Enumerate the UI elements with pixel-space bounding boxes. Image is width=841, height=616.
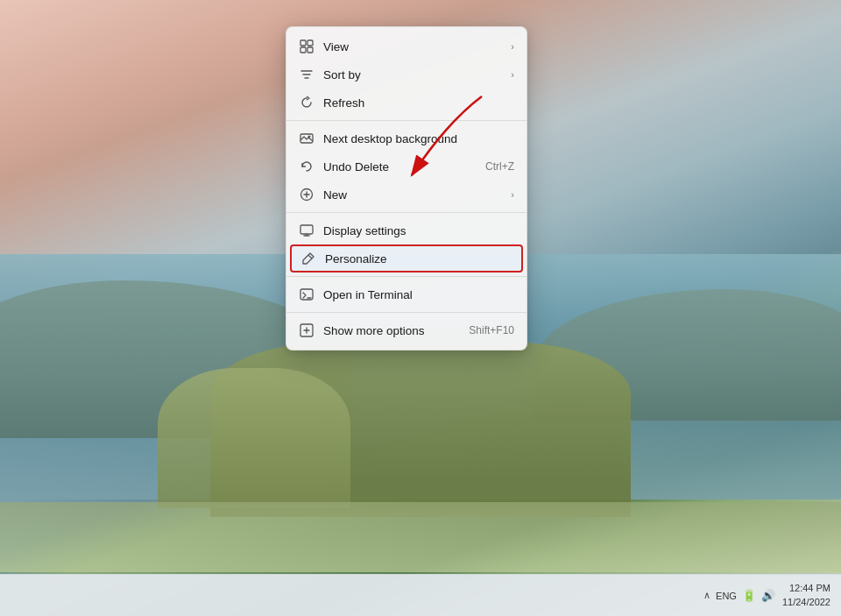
menu-item-terminal-label: Open in Terminal	[323, 288, 514, 301]
svg-point-5	[308, 136, 311, 138]
taskbar-right: ∧ ENG 🔋 🔊 12:44 PM 11/24/2022	[703, 582, 841, 609]
context-menu: View › Sort by › Refresh	[286, 26, 527, 350]
svg-rect-1	[307, 40, 313, 46]
menu-item-new[interactable]: New ›	[286, 181, 527, 209]
menu-item-show-more[interactable]: Show more options Shift+F10	[286, 316, 527, 344]
svg-rect-7	[300, 225, 313, 234]
menu-item-undo-delete[interactable]: Undo Delete Ctrl+Z	[286, 152, 527, 181]
battery-icon[interactable]: 🔋	[742, 589, 756, 602]
grass-strip-layer	[0, 502, 841, 572]
undo-shortcut: Ctrl+Z	[485, 160, 514, 173]
clock-time: 12:44 PM	[782, 582, 830, 595]
terminal-icon	[299, 287, 314, 302]
tray-chevron-icon[interactable]: ∧	[703, 590, 710, 601]
separator-1	[286, 120, 527, 121]
separator-2	[286, 212, 527, 213]
marsh2-layer	[158, 368, 350, 508]
menu-item-display-settings[interactable]: Display settings	[286, 216, 527, 244]
taskbar: ∧ ENG 🔋 🔊 12:44 PM 11/24/2022	[0, 574, 841, 616]
clock[interactable]: 12:44 PM 11/24/2022	[782, 582, 830, 609]
menu-item-sort-by-label: Sort by	[323, 68, 498, 81]
menu-item-view[interactable]: View ›	[286, 32, 527, 60]
menu-item-new-label: New	[323, 188, 498, 202]
menu-item-next-bg-label: Next desktop background	[323, 132, 514, 145]
refresh-icon	[299, 95, 314, 110]
view-chevron-icon: ›	[511, 41, 514, 52]
menu-item-terminal[interactable]: Open in Terminal	[286, 280, 527, 308]
speaker-icon[interactable]: 🔊	[761, 589, 775, 602]
svg-rect-2	[300, 47, 306, 53]
view-icon	[299, 39, 314, 54]
undo-icon	[299, 159, 314, 174]
menu-item-sort-by[interactable]: Sort by ›	[286, 60, 527, 89]
menu-item-next-bg[interactable]: Next desktop background	[286, 124, 527, 152]
new-icon	[299, 187, 314, 202]
svg-rect-0	[300, 40, 306, 46]
sort-icon	[299, 67, 314, 82]
menu-item-refresh-label: Refresh	[323, 96, 514, 110]
sort-chevron-icon: ›	[511, 69, 514, 80]
separator-3	[286, 276, 527, 277]
show-more-icon	[299, 322, 314, 338]
menu-item-display-label: Display settings	[323, 224, 514, 237]
personalize-icon	[300, 251, 316, 266]
menu-item-personalize[interactable]: Personalize	[290, 244, 523, 273]
show-more-shortcut: Shift+F10	[469, 324, 514, 336]
next-bg-icon	[299, 131, 314, 146]
menu-item-personalize-label: Personalize	[325, 252, 512, 266]
separator-4	[286, 312, 527, 313]
display-icon	[299, 223, 314, 238]
menu-item-refresh[interactable]: Refresh	[286, 89, 527, 117]
tray-icons: ∧ ENG 🔋 🔊	[703, 589, 775, 602]
menu-item-undo-label: Undo Delete	[323, 160, 477, 173]
eng-language-label[interactable]: ENG	[716, 591, 737, 601]
new-chevron-icon: ›	[511, 189, 514, 200]
svg-rect-3	[307, 47, 313, 53]
clock-date: 11/24/2022	[782, 596, 830, 609]
menu-item-show-more-label: Show more options	[323, 324, 460, 337]
menu-item-view-label: View	[323, 40, 498, 53]
